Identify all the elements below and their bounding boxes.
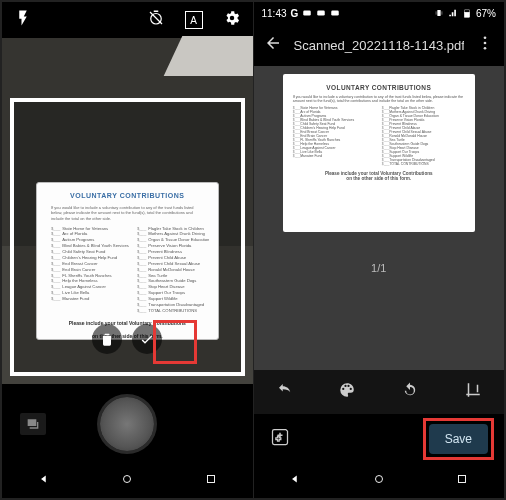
palette-button[interactable]	[338, 381, 356, 403]
recents-nav-icon[interactable]	[204, 472, 218, 490]
timer-off-icon[interactable]	[147, 9, 165, 31]
svg-point-3	[124, 476, 131, 483]
fund-line: $___TOTAL CONTRIBUTIONS	[382, 162, 465, 166]
back-nav-icon[interactable]	[288, 472, 302, 490]
recents-nav-icon[interactable]	[455, 472, 469, 490]
android-navbar	[254, 464, 505, 498]
highlight-save	[423, 418, 494, 460]
doc-intro: If you would like to include a voluntary…	[293, 95, 465, 103]
svg-rect-6	[318, 11, 326, 16]
camera-viewport: VOLUNTARY CONTRIBUTIONS If you would lik…	[2, 38, 253, 384]
rotate-button[interactable]	[401, 381, 419, 403]
youtube-icon	[330, 8, 340, 18]
camera-bottom-bar	[2, 384, 253, 464]
fund-line: $___Manatee Fund	[293, 154, 376, 158]
discard-button[interactable]	[92, 324, 122, 354]
svg-point-16	[375, 476, 382, 483]
home-nav-icon[interactable]	[120, 472, 134, 490]
gallery-button[interactable]	[20, 413, 46, 435]
svg-point-14	[484, 42, 487, 45]
svg-point-13	[484, 36, 487, 39]
android-navbar	[2, 464, 253, 498]
gallery-icon	[25, 416, 41, 432]
pdf-header: Scanned_20221118-1143.pdf	[254, 24, 505, 66]
save-row: Save	[254, 414, 505, 464]
fund-line: $___Manatee Fund	[51, 296, 129, 302]
add-page-button[interactable]	[270, 427, 290, 451]
crop-button[interactable]	[464, 381, 482, 403]
trash-icon	[99, 331, 115, 347]
home-nav-icon[interactable]	[372, 472, 386, 490]
svg-rect-7	[332, 11, 340, 16]
pdf-editor-screen: 11:43 G 67% Scanned_20221118-1143.pdf VO…	[254, 2, 505, 498]
more-button[interactable]	[476, 34, 494, 56]
google-icon: G	[291, 8, 299, 19]
status-time: 11:43	[262, 8, 287, 19]
svg-rect-2	[153, 11, 158, 13]
camera-top-bar: A	[2, 2, 253, 38]
flash-icon[interactable]	[14, 9, 32, 31]
svg-point-15	[484, 47, 487, 50]
fund-line: $___TOTAL CONTRIBUTIONS	[137, 308, 210, 314]
status-bar: 11:43 G 67%	[254, 2, 505, 24]
svg-rect-12	[464, 12, 469, 17]
svg-rect-5	[304, 11, 312, 16]
pdf-title: Scanned_20221118-1143.pdf	[294, 38, 465, 53]
vibrate-icon	[434, 8, 444, 18]
edit-tool-row	[254, 370, 505, 414]
gear-icon[interactable]	[223, 9, 241, 31]
youtube-icon	[316, 8, 326, 18]
capture-frame: VOLUNTARY CONTRIBUTIONS If you would lik…	[10, 98, 245, 376]
svg-rect-4	[207, 476, 214, 483]
doc-title: VOLUNTARY CONTRIBUTIONS	[293, 84, 465, 91]
youtube-icon	[302, 8, 312, 18]
undo-button[interactable]	[276, 381, 294, 403]
highlight-confirm	[153, 320, 197, 364]
camera-screen: A VOLUNTARY CONTRIBUTIONS If you would l…	[2, 2, 254, 498]
svg-rect-17	[459, 476, 466, 483]
battery-icon	[462, 8, 472, 18]
pdf-body: VOLUNTARY CONTRIBUTIONS If you would lik…	[254, 66, 505, 370]
back-button[interactable]	[264, 34, 282, 56]
battery-percent: 67%	[476, 8, 496, 19]
doc-title: VOLUNTARY CONTRIBUTIONS	[47, 191, 208, 201]
back-nav-icon[interactable]	[37, 472, 51, 490]
pdf-page[interactable]: VOLUNTARY CONTRIBUTIONS If you would lik…	[283, 74, 475, 232]
auto-mode-icon[interactable]: A	[185, 11, 203, 29]
svg-rect-8	[437, 10, 440, 16]
signal-icon	[448, 8, 458, 18]
captured-document: VOLUNTARY CONTRIBUTIONS If you would lik…	[36, 182, 219, 340]
doc-intro: If you would like to include a voluntary…	[51, 205, 204, 222]
page-indicator: 1/1	[371, 262, 386, 274]
doc-footer-2: on the other side of this form.	[293, 176, 465, 181]
shutter-button[interactable]	[100, 397, 154, 451]
